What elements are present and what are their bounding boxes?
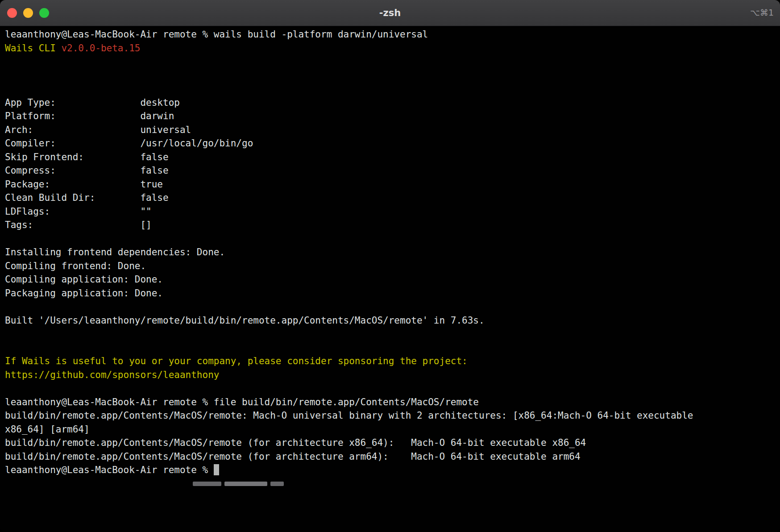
minimize-button[interactable]	[23, 8, 33, 18]
config-label: Compiler:	[5, 137, 140, 150]
fragment-glyph	[224, 482, 267, 486]
wails-cli-version: v2.0.0-beta.15	[61, 43, 140, 54]
titlebar[interactable]: -zsh ⌥⌘1	[0, 0, 780, 26]
config-value: /usr/local/go/bin/go	[140, 138, 253, 149]
file-output-universal: build/bin/remote.app/Contents/MacOS/remo…	[5, 409, 705, 436]
file-output-x86-64: build/bin/remote.app/Contents/MacOS/remo…	[5, 436, 705, 450]
config-label: Skip Frontend:	[5, 150, 140, 164]
sponsor-message-line: If Wails is useful to you or your compan…	[5, 354, 705, 368]
config-row-ldflags: LDFlags:""	[5, 205, 705, 219]
config-value: false	[140, 165, 168, 176]
config-value: ""	[140, 206, 151, 217]
config-label: Platform:	[5, 109, 140, 123]
window-shortcut-badge: ⌥⌘1	[750, 8, 774, 17]
progress-line: Packaging application: Done.	[5, 287, 705, 300]
prompt-line-1: leaanthony@Leas-MacBook-Air remote % wai…	[5, 28, 705, 42]
config-value: false	[140, 152, 168, 162]
progress-line: Compiling frontend: Done.	[5, 259, 705, 273]
config-label: Arch:	[5, 123, 140, 137]
blank-line	[5, 300, 705, 314]
config-row-clean-build-dir: Clean Build Dir:false	[5, 191, 705, 205]
config-label: Compress:	[5, 164, 140, 178]
zoom-button[interactable]	[39, 8, 49, 18]
config-label: LDFlags:	[5, 205, 140, 219]
config-label: App Type:	[5, 96, 140, 110]
blank-line	[5, 341, 705, 355]
fragment-glyph	[193, 482, 221, 486]
config-value: darwin	[140, 111, 174, 121]
config-label: Clean Build Dir:	[5, 191, 140, 205]
file-output-arm64: build/bin/remote.app/Contents/MacOS/remo…	[5, 450, 705, 464]
background-window-fragment	[193, 481, 284, 486]
config-row-package: Package:true	[5, 178, 705, 191]
fragment-glyph	[270, 482, 284, 486]
config-row-skip-frontend: Skip Frontend:false	[5, 150, 705, 164]
close-button[interactable]	[7, 8, 17, 18]
blank-line	[5, 82, 705, 96]
blank-line	[5, 69, 705, 83]
config-value: desktop	[140, 97, 180, 108]
prompt-line-3: leaanthony@Leas-MacBook-Air remote %	[5, 463, 705, 477]
config-value: false	[140, 192, 168, 203]
config-label: Tags:	[5, 218, 140, 232]
sponsor-url-line: https://github.com/sponsors/leaanthony	[5, 368, 705, 382]
config-row-arch: Arch:universal	[5, 123, 705, 137]
terminal-content[interactable]: leaanthony@Leas-MacBook-Air remote % wai…	[0, 26, 780, 532]
prompt-text: leaanthony@Leas-MacBook-Air remote %	[5, 465, 214, 475]
wails-cli-label: Wails CLI	[5, 43, 61, 54]
blank-line	[5, 55, 705, 69]
config-row-compiler: Compiler:/usr/local/go/bin/go	[5, 137, 705, 150]
config-label: Package:	[5, 178, 140, 191]
config-value: []	[140, 220, 151, 230]
terminal-window: -zsh ⌥⌘1 leaanthony@Leas-MacBook-Air rem…	[0, 0, 780, 532]
window-title: -zsh	[0, 8, 780, 18]
config-value: true	[140, 179, 163, 190]
blank-line	[5, 327, 705, 341]
config-value: universal	[140, 125, 191, 135]
blank-line	[5, 382, 705, 395]
config-row-platform: Platform:darwin	[5, 109, 705, 123]
config-row-app-type: App Type:desktop	[5, 96, 705, 110]
progress-line: Installing frontend dependencies: Done.	[5, 245, 705, 259]
config-row-compress: Compress:false	[5, 164, 705, 178]
progress-line: Compiling application: Done.	[5, 273, 705, 287]
config-row-tags: Tags:[]	[5, 218, 705, 232]
blank-line	[5, 232, 705, 246]
built-result-line: Built '/Users/leaanthony/remote/build/bi…	[5, 314, 705, 328]
terminal-cursor	[214, 464, 220, 475]
window-controls	[7, 8, 49, 18]
prompt-line-2: leaanthony@Leas-MacBook-Air remote % fil…	[5, 395, 705, 409]
wails-cli-version-line: Wails CLI v2.0.0-beta.15	[5, 42, 705, 55]
